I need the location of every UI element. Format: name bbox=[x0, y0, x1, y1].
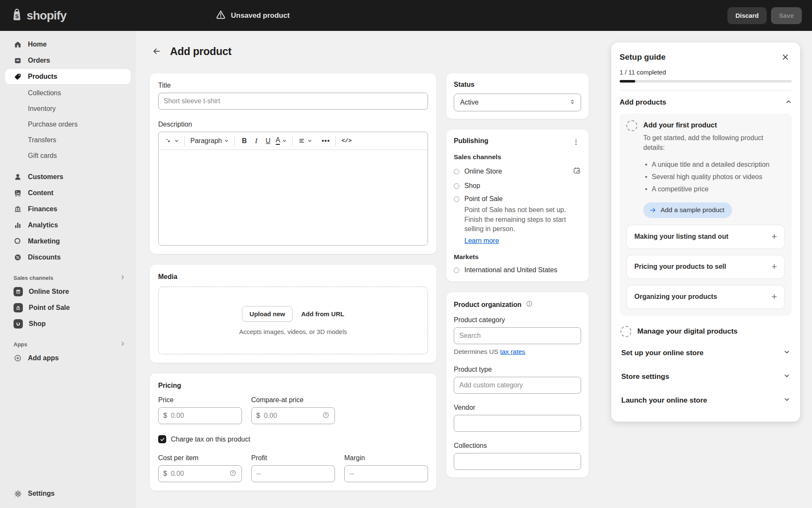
sidebar-item-discounts[interactable]: Discounts bbox=[5, 250, 131, 265]
first-product-body: To get started, add the following produc… bbox=[643, 133, 785, 152]
bullet-item: Several high quality photos or videos bbox=[643, 171, 785, 183]
markets-label: Markets bbox=[454, 253, 581, 261]
incomplete-task-icon[interactable] bbox=[626, 120, 637, 131]
tax-rates-link[interactable]: tax rates bbox=[500, 348, 525, 355]
sidebar-item-transfers[interactable]: Transfers bbox=[5, 132, 131, 148]
sidebar-item-orders[interactable]: Orders bbox=[5, 53, 131, 68]
sidebar-item-inventory[interactable]: Inventory bbox=[5, 101, 131, 116]
sidebar-item-label: Orders bbox=[28, 57, 50, 64]
publishing-sales-channels-label: Sales channels bbox=[454, 153, 581, 161]
pricing-card: Pricing Price $ Compare-at price $ bbox=[150, 373, 436, 491]
add-products-section-label: Add products bbox=[620, 98, 667, 107]
incomplete-task-icon bbox=[620, 326, 631, 337]
online-store-icon bbox=[14, 287, 23, 296]
topbar: S shopify Unsaved product Discard Save bbox=[0, 0, 812, 31]
accordion-making-listing-stand-out[interactable]: Making your listing stand out + bbox=[626, 225, 785, 249]
sidebar-item-add-apps[interactable]: Add apps bbox=[5, 351, 131, 366]
product-type-label: Product type bbox=[454, 366, 581, 373]
sidebar-item-label: Settings bbox=[28, 490, 55, 497]
margin-input[interactable] bbox=[349, 470, 423, 478]
html-code-button[interactable]: </> bbox=[340, 135, 353, 147]
sidebar-item-label: Analytics bbox=[28, 221, 58, 229]
sidebar-item-gift-cards[interactable]: Gift cards bbox=[5, 148, 131, 163]
sidebar-item-label: Customers bbox=[28, 173, 63, 181]
status-select[interactable]: Active bbox=[454, 94, 581, 111]
currency-symbol: $ bbox=[163, 470, 167, 478]
sidebar-item-label: Products bbox=[28, 73, 57, 80]
sidebar-item-content[interactable]: Content bbox=[5, 185, 131, 201]
sales-channels-header[interactable]: Sales channels bbox=[5, 274, 131, 282]
upload-new-button[interactable]: Upload new bbox=[242, 306, 293, 322]
kebab-menu-icon[interactable] bbox=[571, 137, 581, 147]
sidebar-item-finances[interactable]: Finances bbox=[5, 202, 131, 217]
schedule-calendar-icon[interactable] bbox=[573, 166, 581, 177]
save-button[interactable]: Save bbox=[771, 7, 802, 24]
bold-button[interactable]: B bbox=[239, 135, 250, 147]
back-button[interactable] bbox=[150, 44, 163, 58]
italic-button[interactable]: I bbox=[250, 135, 262, 147]
media-heading: Media bbox=[158, 273, 428, 281]
cost-per-item-input[interactable] bbox=[171, 470, 225, 478]
add-from-url-button[interactable]: Add from URL bbox=[301, 310, 344, 318]
accordion-pricing-products[interactable]: Pricing your products to sell + bbox=[626, 255, 785, 279]
manage-digital-products-row[interactable]: Manage your digital products bbox=[620, 316, 792, 341]
status-heading: Status bbox=[454, 81, 581, 88]
sidebar-item-settings[interactable]: Settings bbox=[5, 486, 131, 501]
checkbox-checked-icon[interactable] bbox=[158, 435, 166, 443]
alignment-dropdown[interactable] bbox=[296, 135, 314, 147]
more-formatting-button[interactable]: ••• bbox=[320, 135, 332, 147]
section-launch-online-store[interactable]: Launch your online store bbox=[620, 389, 792, 412]
description-textarea[interactable] bbox=[159, 150, 428, 245]
sidebar-item-online-store[interactable]: Online Store bbox=[5, 284, 131, 299]
collections-input[interactable] bbox=[454, 453, 581, 470]
sidebar-item-point-of-sale[interactable]: s Point of Sale bbox=[5, 300, 131, 315]
vendor-input[interactable] bbox=[454, 415, 581, 432]
close-icon[interactable] bbox=[779, 51, 792, 64]
product-category-input[interactable] bbox=[454, 327, 581, 344]
add-sample-product-button[interactable]: Add a sample product bbox=[643, 202, 732, 218]
warning-icon bbox=[216, 9, 226, 22]
channel-label: Shop bbox=[464, 182, 480, 190]
markets-row: International and United States bbox=[454, 266, 581, 274]
shop-icon bbox=[14, 319, 23, 329]
learn-more-link[interactable]: Learn more bbox=[464, 237, 499, 245]
apps-header[interactable]: Apps bbox=[5, 341, 131, 348]
shopify-logo[interactable]: S shopify bbox=[10, 8, 66, 24]
setup-progress-fill bbox=[620, 80, 635, 83]
profit-input[interactable] bbox=[256, 470, 330, 478]
text-color-dropdown[interactable]: A bbox=[274, 135, 289, 147]
ai-magic-button[interactable] bbox=[163, 135, 181, 147]
channel-dot-icon bbox=[454, 169, 459, 174]
svg-text:?: ? bbox=[232, 471, 234, 475]
discard-button[interactable]: Discard bbox=[727, 7, 767, 24]
price-input[interactable] bbox=[171, 412, 237, 420]
sidebar-item-customers[interactable]: Customers bbox=[5, 169, 131, 185]
media-dropzone[interactable]: Upload new Add from URL Accepts images, … bbox=[158, 287, 428, 354]
title-input[interactable] bbox=[158, 93, 428, 110]
add-products-section-toggle[interactable]: Add products bbox=[620, 98, 792, 107]
cost-input-wrap: $ ? bbox=[158, 465, 242, 482]
sidebar-item-home[interactable]: Home bbox=[5, 37, 131, 52]
sidebar-item-collections[interactable]: Collections bbox=[5, 85, 131, 101]
sidebar-item-purchase-orders[interactable]: Purchase orders bbox=[5, 116, 131, 132]
marketing-icon bbox=[14, 237, 22, 246]
charge-tax-checkbox-row[interactable]: Charge tax on this product bbox=[158, 435, 428, 443]
sidebar-item-shop[interactable]: Shop bbox=[5, 316, 131, 331]
page-title: Add product bbox=[170, 45, 231, 58]
section-store-settings[interactable]: Store settings bbox=[620, 365, 792, 389]
media-card: Media Upload new Add from URL Accepts im… bbox=[150, 265, 436, 363]
info-icon[interactable] bbox=[525, 300, 533, 309]
help-icon[interactable]: ? bbox=[229, 469, 237, 479]
sidebar-item-analytics[interactable]: Analytics bbox=[5, 218, 131, 233]
paragraph-style-dropdown[interactable]: Paragraph bbox=[189, 135, 230, 147]
compare-at-price-input[interactable] bbox=[264, 412, 318, 420]
product-type-input[interactable] bbox=[454, 377, 581, 394]
underline-button[interactable]: U bbox=[262, 135, 274, 147]
help-icon[interactable]: ? bbox=[322, 411, 330, 421]
sidebar-item-marketing[interactable]: Marketing bbox=[5, 234, 131, 249]
section-set-up-online-store[interactable]: Set up your online store bbox=[620, 341, 792, 365]
home-icon bbox=[14, 40, 22, 49]
sidebar-item-products[interactable]: Products bbox=[5, 69, 131, 84]
bullet-item: A unique title and a detailed descriptio… bbox=[643, 159, 785, 171]
accordion-organizing-products[interactable]: Organizing your products + bbox=[626, 285, 785, 309]
